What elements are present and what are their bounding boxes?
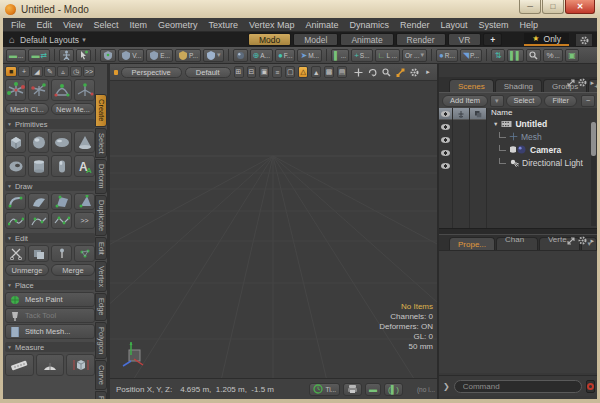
inspect-button[interactable] [526, 49, 541, 62]
tool-tab-polygon[interactable]: Polygon [95, 322, 107, 359]
menu-view[interactable]: View [63, 20, 82, 30]
close-button[interactable]: ✕ [565, 0, 595, 14]
expand-icon[interactable] [567, 237, 575, 245]
panel-splitter[interactable] [439, 228, 597, 235]
tab-shading[interactable]: Shading [495, 79, 542, 92]
ghost-view-button[interactable]: ▲ [311, 66, 321, 78]
more-draw-tools-button[interactable]: >> [74, 212, 95, 229]
tab-vr[interactable]: VR [448, 33, 482, 46]
workplane-lock-button[interactable]: ∟L ... [375, 49, 400, 62]
proxy-view-button[interactable]: ▩ [324, 66, 334, 78]
gear-icon[interactable] [578, 78, 587, 87]
new-mesh-button[interactable]: New Me... [51, 103, 95, 115]
gl-status-button[interactable]: ▬ [365, 383, 381, 396]
select-button[interactable]: Select [506, 95, 543, 107]
menu-system[interactable]: System [479, 20, 509, 30]
command-input[interactable] [454, 380, 582, 393]
tool-tab-fusion[interactable]: Fusion [95, 391, 107, 399]
edge-select-button[interactable]: E... [146, 49, 173, 62]
section-edit[interactable]: ▼Edit [5, 233, 95, 243]
tab-render[interactable]: Render [396, 33, 446, 46]
item-list-button[interactable]: ▬... [6, 49, 26, 62]
menu-vertex-map[interactable]: Vertex Map [249, 20, 295, 30]
tab-modo[interactable]: Modo [248, 33, 291, 46]
panel-more-icon[interactable]: ▸ [590, 79, 594, 87]
actor-mode-button[interactable] [59, 49, 74, 62]
cone-primitive-button[interactable] [74, 131, 95, 153]
cube-primitive-button[interactable] [5, 131, 26, 153]
menu-help[interactable]: Help [520, 20, 539, 30]
snapping-button[interactable]: +S... [351, 49, 372, 62]
vertices-mode-button[interactable] [100, 49, 116, 62]
item-mode-button[interactable] [233, 49, 248, 62]
tool-tab-edit[interactable]: Edit [95, 237, 107, 260]
panel-more-icon[interactable]: ▸ [590, 237, 594, 245]
cut-tool-button[interactable] [5, 245, 26, 262]
menu-render[interactable]: Render [400, 20, 430, 30]
tree-row-untitled[interactable]: ▼ Untitled [487, 117, 597, 130]
mesh-paint-button[interactable]: Mesh Paint [5, 292, 95, 307]
render-button[interactable]: ●R... [436, 49, 458, 62]
primitives-category-button[interactable]: ■ [5, 66, 17, 77]
weld-tool-button[interactable] [74, 245, 95, 262]
wireframe-view-button[interactable]: ⊞ [234, 66, 244, 78]
item-select-button[interactable]: ▾ [203, 49, 224, 62]
selection-status-button[interactable]: (▌) [384, 383, 403, 396]
collapse-all-button[interactable]: − [581, 95, 595, 107]
tab-properties[interactable]: Prope... [449, 237, 495, 250]
tool-tab-curve[interactable]: Curve [95, 360, 107, 390]
section-draw[interactable]: ▼Draw [5, 181, 95, 191]
single-view-button[interactable]: ▣ [259, 66, 269, 78]
torus-primitive-button[interactable] [5, 155, 26, 177]
title-bar[interactable]: Untitled - Modo ─ □ ✕ [0, 0, 600, 18]
cylinder-primitive-button[interactable] [28, 155, 49, 177]
expand-icon[interactable] [567, 79, 575, 87]
viewport-canvas[interactable]: No Items Channels: 0 Deformers: ON GL: 0… [110, 81, 437, 378]
only-toggle[interactable]: ★ Only [524, 33, 569, 46]
arc-tool-button[interactable] [5, 193, 26, 210]
menu-select[interactable]: Select [93, 20, 118, 30]
record-macro-button[interactable] [586, 380, 595, 393]
tool-tab-vertex[interactable]: Vertex [95, 261, 107, 292]
filter-button[interactable]: Filter [544, 95, 577, 107]
time-tool-button[interactable]: Ti... [309, 383, 340, 396]
move-category-button[interactable]: + [18, 66, 30, 77]
vertex-select-button[interactable]: V... [118, 49, 144, 62]
menu-layout[interactable]: Layout [441, 20, 468, 30]
name-column-header[interactable]: Name [487, 108, 597, 117]
orientation-dropdown[interactable]: Or ...▾ [402, 49, 427, 62]
viewport-settings-button[interactable] [409, 66, 420, 78]
add-item-button[interactable]: Add Item [442, 95, 488, 107]
menu-edit[interactable]: Edit [37, 20, 53, 30]
stitch-mesh-button[interactable]: Stitch Mesh... [5, 324, 95, 339]
menu-texture[interactable]: Texture [208, 20, 238, 30]
shear-category-button[interactable]: ◢ [31, 66, 43, 77]
shading-select[interactable]: Default [185, 67, 231, 78]
more-categories-button[interactable]: >> [83, 66, 95, 77]
capsule-primitive-button[interactable] [51, 155, 72, 177]
camera-select[interactable]: Perspective [121, 67, 182, 78]
tree-row-directional-light[interactable]: Directional Light [487, 156, 597, 169]
maximize-button[interactable]: □ [542, 0, 564, 14]
workplane-button[interactable]: ▌... [331, 49, 349, 62]
menu-geometry[interactable]: Geometry [158, 20, 198, 30]
modifier-button[interactable]: ➤M... [297, 49, 322, 62]
add-tab-button[interactable]: + [483, 33, 502, 46]
tab-channels[interactable]: Chan ... [496, 237, 538, 250]
menu-item[interactable]: Item [129, 20, 147, 30]
unmerge-button[interactable]: Unmerge [5, 264, 49, 276]
visibility-toggle[interactable] [439, 120, 452, 133]
layout-settings-button[interactable] [575, 33, 593, 47]
mesh-cleanup-button[interactable]: Mesh Cl... [5, 103, 49, 115]
quad-view-button[interactable]: ⊟ [247, 66, 257, 78]
axis-tool-button[interactable] [28, 79, 49, 101]
pin-tool-button[interactable] [51, 245, 72, 262]
tool-tab-create[interactable]: Create [95, 94, 107, 127]
menu-file[interactable]: File [11, 20, 26, 30]
tool-tab-deform[interactable]: Deform [95, 159, 107, 194]
layouts-switcher[interactable]: Default Layouts ▾ [20, 35, 86, 45]
bspline-tool-button[interactable] [51, 212, 72, 229]
tool-tab-select[interactable]: Select [95, 128, 107, 159]
advanced-shading-button[interactable]: △ [298, 66, 308, 78]
action-center-button[interactable]: ⊕A... [250, 49, 273, 62]
